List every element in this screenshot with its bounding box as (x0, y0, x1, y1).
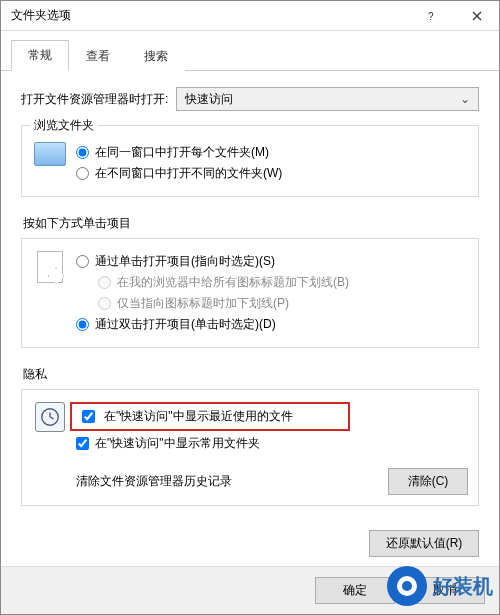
radio-double-click[interactable] (76, 318, 89, 331)
document-cursor-icon (37, 251, 63, 283)
tab-strip: 常规 查看 搜索 (1, 31, 499, 71)
help-button[interactable]: ? (409, 1, 454, 31)
checkbox-recent-files-label: 在"快速访问"中显示最近使用的文件 (104, 408, 293, 425)
checkbox-recent-files[interactable] (82, 410, 95, 423)
radio-same-window-label: 在同一窗口中打开每个文件夹(M) (95, 144, 269, 161)
restore-defaults-button[interactable]: 还原默认值(R) (369, 530, 479, 557)
radio-underline-point (98, 297, 111, 310)
radio-underline-point-label: 仅当指向图标标题时加下划线(P) (117, 295, 289, 312)
radio-single-click[interactable] (76, 255, 89, 268)
ok-button[interactable]: 确定 (315, 577, 395, 604)
radio-underline-all-label: 在我的浏览器中给所有图标标题加下划线(B) (117, 274, 349, 291)
privacy-title: 隐私 (23, 366, 479, 383)
clear-button[interactable]: 清除(C) (388, 468, 468, 495)
svg-text:?: ? (428, 11, 434, 21)
radio-double-click-label: 通过双击打开项目(单击时选定)(D) (95, 316, 276, 333)
svg-line-5 (50, 417, 54, 419)
radio-new-window[interactable] (76, 167, 89, 180)
tab-content: 打开文件资源管理器时打开: 快速访问 ⌄ 浏览文件夹 在同一窗口中打开每个文件夹… (1, 71, 499, 506)
tab-search[interactable]: 搜索 (127, 41, 185, 71)
chevron-down-icon: ⌄ (460, 92, 470, 106)
history-icon (35, 402, 65, 432)
clear-history-label: 清除文件资源管理器历史记录 (76, 473, 232, 490)
open-explorer-label: 打开文件资源管理器时打开: (21, 91, 168, 108)
tab-general[interactable]: 常规 (11, 40, 69, 71)
titlebar: 文件夹选项 ? (1, 1, 499, 31)
close-button[interactable] (454, 1, 499, 31)
click-items-title: 按如下方式单击项目 (23, 215, 479, 232)
window-title: 文件夹选项 (11, 7, 409, 24)
radio-same-window[interactable] (76, 146, 89, 159)
dialog-button-bar: 确定 取消 (1, 566, 499, 614)
checkbox-frequent-folders-label: 在"快速访问"中显示常用文件夹 (95, 435, 260, 452)
highlight-box: 在"快速访问"中显示最近使用的文件 (70, 402, 350, 431)
checkbox-frequent-folders[interactable] (76, 437, 89, 450)
click-items-group: 通过单击打开项目(指向时选定)(S) 在我的浏览器中给所有图标标题加下划线(B)… (21, 238, 479, 348)
open-explorer-dropdown[interactable]: 快速访问 ⌄ (176, 87, 479, 111)
privacy-group: 在"快速访问"中显示最近使用的文件 在"快速访问"中显示常用文件夹 清除文件资源… (21, 389, 479, 506)
radio-single-click-label: 通过单击打开项目(指向时选定)(S) (95, 253, 275, 270)
browse-folders-legend: 浏览文件夹 (30, 117, 98, 134)
tab-view[interactable]: 查看 (69, 41, 127, 71)
folder-icon (34, 142, 66, 166)
radio-underline-all (98, 276, 111, 289)
open-explorer-selected: 快速访问 (185, 91, 233, 108)
folder-options-dialog: 文件夹选项 ? 常规 查看 搜索 打开文件资源管理器时打开: 快速访问 ⌄ 浏览… (0, 0, 500, 615)
browse-folders-group: 浏览文件夹 在同一窗口中打开每个文件夹(M) 在不同窗口中打开不同的文件夹(W) (21, 125, 479, 197)
cancel-button[interactable]: 取消 (405, 577, 485, 604)
radio-new-window-label: 在不同窗口中打开不同的文件夹(W) (95, 165, 282, 182)
